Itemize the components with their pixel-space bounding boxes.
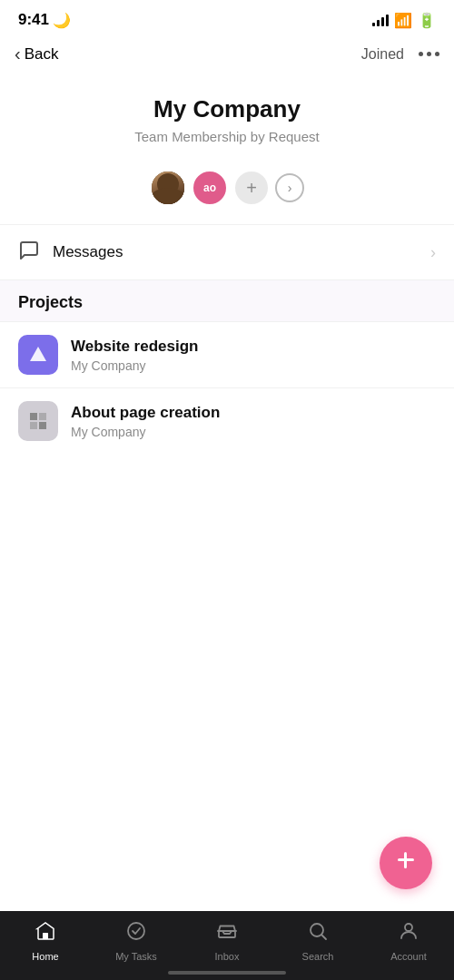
svg-point-8 (128, 923, 144, 939)
project-icon-2 (18, 401, 58, 441)
project-item-1[interactable]: Website redesign My Company (0, 321, 454, 387)
nav-item-home[interactable]: Home (9, 920, 82, 962)
project-info-1: Website redesign My Company (71, 338, 198, 373)
status-bar: 9:41 🌙 📶 🔋 (0, 0, 454, 34)
team-name: My Company (18, 95, 436, 123)
messages-row[interactable]: Messages › (0, 224, 454, 280)
battery-icon: 🔋 (418, 12, 436, 29)
project-item-2[interactable]: About page creation My Company (0, 387, 454, 454)
projects-section: Projects Website redesign My Company Abo… (0, 280, 454, 454)
search-label: Search (302, 951, 334, 962)
my-tasks-label: My Tasks (115, 951, 157, 962)
svg-rect-3 (39, 422, 46, 429)
svg-rect-2 (30, 422, 37, 429)
avatar-add[interactable]: + (233, 170, 270, 206)
project-name-2: About page creation (71, 404, 220, 422)
nav-item-search[interactable]: Search (281, 920, 354, 962)
back-chevron-icon: ‹ (15, 44, 21, 64)
svg-line-11 (322, 936, 327, 940)
chevron-right-icon: › (288, 181, 292, 195)
nav-item-my-tasks[interactable]: My Tasks (100, 920, 173, 962)
joined-button[interactable]: Joined (361, 46, 404, 63)
dot-1 (419, 52, 423, 56)
messages-chevron-icon: › (430, 243, 436, 262)
nav-item-inbox[interactable]: Inbox (191, 920, 263, 962)
dot-2 (427, 52, 431, 56)
back-label: Back (25, 45, 59, 64)
svg-point-12 (405, 924, 412, 931)
svg-rect-0 (30, 413, 37, 420)
signal-icon (372, 14, 389, 26)
message-bubble-icon (18, 240, 40, 265)
svg-rect-1 (39, 413, 46, 420)
projects-title: Projects (18, 293, 83, 311)
project-team-1: My Company (71, 358, 198, 373)
nav-item-account[interactable]: Account (372, 920, 445, 962)
svg-rect-7 (43, 933, 48, 939)
nav-right: Joined (361, 46, 439, 63)
search-icon (307, 920, 329, 947)
dot-3 (435, 52, 439, 56)
project-info-2: About page creation My Company (71, 404, 220, 439)
bottom-nav: Home My Tasks Inbox Search (0, 911, 454, 980)
project-icon-1 (18, 335, 58, 375)
account-icon (398, 920, 419, 947)
home-label: Home (32, 951, 58, 962)
project-team-2: My Company (71, 425, 220, 439)
project-name-1: Website redesign (71, 338, 198, 356)
my-tasks-icon (125, 920, 147, 947)
more-button[interactable] (419, 52, 439, 56)
avatars-row: ao + › (0, 159, 454, 224)
team-subtitle: Team Membership by Request (18, 129, 436, 144)
fab-icon (394, 848, 418, 877)
fab-new-task[interactable] (380, 837, 432, 889)
moon-icon: 🌙 (53, 12, 71, 29)
status-time: 9:41 (18, 11, 49, 29)
account-label: Account (390, 951, 427, 962)
projects-header: Projects (0, 280, 454, 321)
nav-bar: ‹ Back Joined (0, 34, 454, 74)
avatar-1[interactable] (150, 170, 186, 206)
avatar-2[interactable]: ao (192, 170, 228, 206)
avatar-plus-icon: + (246, 178, 257, 199)
team-header: My Company Team Membership by Request (0, 74, 454, 159)
avatars-more-button[interactable]: › (275, 173, 304, 202)
status-icons: 📶 🔋 (372, 12, 436, 29)
messages-label: Messages (53, 243, 430, 261)
home-icon (35, 920, 56, 947)
inbox-label: Inbox (215, 951, 240, 962)
home-bar (168, 971, 286, 975)
back-button[interactable]: ‹ Back (15, 44, 58, 64)
wifi-icon: 📶 (394, 12, 412, 29)
avatar-2-text: ao (203, 181, 216, 194)
inbox-icon (216, 920, 238, 947)
